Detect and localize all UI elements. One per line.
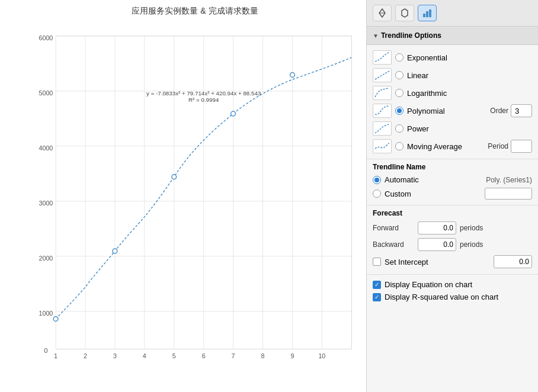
- svg-text:1: 1: [54, 352, 57, 359]
- trendline-row-moving-average[interactable]: Moving Average Period: [373, 137, 532, 155]
- svg-text:5000: 5000: [39, 89, 53, 97]
- trendline-row-logarithmic[interactable]: Logarithmic: [373, 84, 532, 102]
- svg-text:0: 0: [44, 347, 47, 354]
- forward-input[interactable]: [418, 221, 456, 234]
- chart-container: 6000 5000 4000 3000 2000 1000 0: [30, 19, 360, 374]
- set-intercept-checkbox[interactable]: [373, 258, 381, 266]
- svg-text:3000: 3000: [39, 200, 53, 207]
- trendline-options-header[interactable]: ▼ Trendline Options: [367, 27, 538, 45]
- svg-text:3: 3: [113, 352, 117, 359]
- svg-text:y = -7.0833x³ + 79.714x² + 420: y = -7.0833x³ + 79.714x² + 420.94x + 88.…: [146, 90, 261, 97]
- trendline-options-title: Trendline Options: [381, 31, 441, 40]
- period-input[interactable]: [511, 140, 532, 153]
- intercept-row: Set Intercept: [373, 253, 532, 271]
- order-label: Order: [490, 107, 508, 115]
- trendline-name-title: Trendline Name: [373, 163, 532, 171]
- triangle-icon: ▼: [373, 33, 379, 39]
- svg-rect-45: [429, 9, 431, 17]
- trendline-row-exponential[interactable]: Exponential: [373, 49, 532, 66]
- power-icon: [373, 121, 392, 136]
- svg-point-27: [172, 175, 177, 179]
- svg-text:6: 6: [202, 352, 206, 359]
- chart-title: 应用服务实例数量 & 完成请求数量: [132, 6, 258, 17]
- forward-label: Forward: [373, 224, 414, 232]
- forecast-section: Forecast Forward periods Backward period…: [367, 205, 538, 275]
- forecast-row-backward: Backward periods: [373, 236, 532, 253]
- custom-label: Custom: [385, 189, 411, 198]
- svg-point-28: [231, 111, 236, 116]
- set-intercept-label: Set Intercept: [385, 258, 428, 266]
- polynomial-radio[interactable]: [395, 107, 404, 115]
- svg-text:5: 5: [172, 352, 176, 359]
- toolbar-btn-3[interactable]: [418, 5, 437, 21]
- polynomial-label: Polynomial: [407, 107, 486, 115]
- custom-name-input[interactable]: [485, 188, 532, 200]
- trendline-name-section: Trendline Name Automatic Poly. (Series1)…: [367, 159, 538, 205]
- power-radio[interactable]: [395, 124, 404, 133]
- backward-input[interactable]: [418, 238, 456, 251]
- panel-toolbar: [367, 0, 538, 27]
- toolbar-btn-1[interactable]: [373, 5, 392, 21]
- display-rsquared-checkbox[interactable]: [373, 293, 381, 301]
- chart-area: 应用服务实例数量 & 完成请求数量 6000 5000 4000 3000 20…: [0, 0, 366, 392]
- right-panel: ▼ Trendline Options Exponential Linear: [366, 0, 538, 392]
- display-rsquared-row[interactable]: Display R-squared value on chart: [373, 291, 532, 303]
- svg-text:4: 4: [143, 352, 146, 359]
- logarithmic-label: Logarithmic: [407, 89, 532, 98]
- svg-text:R² = 0.9994: R² = 0.9994: [188, 97, 219, 103]
- display-equation-row[interactable]: Display Equation on chart: [373, 278, 532, 291]
- backward-unit: periods: [460, 240, 483, 249]
- svg-text:9: 9: [290, 352, 294, 359]
- forward-unit: periods: [460, 224, 483, 232]
- power-label: Power: [407, 124, 532, 133]
- toolbar-btn-2[interactable]: [395, 5, 414, 21]
- svg-text:7: 7: [232, 352, 235, 359]
- svg-rect-44: [426, 11, 428, 17]
- linear-icon: [373, 68, 392, 82]
- linear-label: Linear: [407, 71, 532, 80]
- svg-point-26: [113, 249, 117, 253]
- logarithmic-radio[interactable]: [395, 89, 404, 97]
- automatic-radio[interactable]: [373, 176, 381, 184]
- svg-text:2: 2: [84, 352, 87, 359]
- exponential-icon: [373, 50, 392, 65]
- svg-point-29: [290, 73, 295, 78]
- exponential-label: Exponential: [407, 53, 532, 62]
- trendline-row-polynomial[interactable]: Polynomial Order: [373, 102, 532, 120]
- display-section: Display Equation on chart Display R-squa…: [367, 275, 538, 307]
- moving-average-radio[interactable]: [395, 142, 404, 150]
- moving-average-label: Moving Average: [407, 142, 484, 151]
- svg-point-25: [53, 317, 58, 322]
- trendline-row-linear[interactable]: Linear: [373, 66, 532, 84]
- trendline-options: Exponential Linear Logarithmic Polynomia…: [367, 45, 538, 159]
- forecast-row-forward: Forward periods: [373, 220, 532, 236]
- svg-text:10: 10: [318, 352, 325, 359]
- exponential-radio[interactable]: [395, 53, 404, 62]
- moving-average-icon: [373, 139, 392, 153]
- svg-text:2000: 2000: [39, 255, 53, 262]
- automatic-value: Poly. (Series1): [486, 176, 532, 184]
- linear-radio[interactable]: [395, 71, 404, 79]
- svg-text:6000: 6000: [39, 34, 53, 41]
- custom-radio[interactable]: [373, 189, 381, 198]
- name-row-automatic[interactable]: Automatic Poly. (Series1): [373, 173, 532, 186]
- period-label: Period: [488, 142, 508, 150]
- svg-text:4000: 4000: [39, 144, 53, 152]
- display-equation-checkbox[interactable]: [373, 281, 381, 289]
- display-equation-label: Display Equation on chart: [385, 280, 472, 289]
- forecast-title: Forecast: [373, 209, 532, 217]
- trendline-row-power[interactable]: Power: [373, 120, 532, 137]
- automatic-label: Automatic: [385, 175, 419, 184]
- svg-rect-43: [423, 14, 425, 17]
- name-row-custom[interactable]: Custom: [373, 186, 532, 201]
- order-group: Order: [490, 104, 532, 117]
- logarithmic-icon: [373, 86, 392, 100]
- intercept-input[interactable]: [494, 255, 532, 268]
- svg-text:1000: 1000: [39, 310, 53, 317]
- display-rsquared-label: Display R-squared value on chart: [385, 293, 498, 301]
- polynomial-icon: [373, 104, 392, 118]
- period-group: Period: [488, 140, 532, 153]
- svg-text:8: 8: [261, 352, 265, 359]
- order-input[interactable]: [511, 104, 532, 117]
- svg-marker-42: [402, 9, 408, 17]
